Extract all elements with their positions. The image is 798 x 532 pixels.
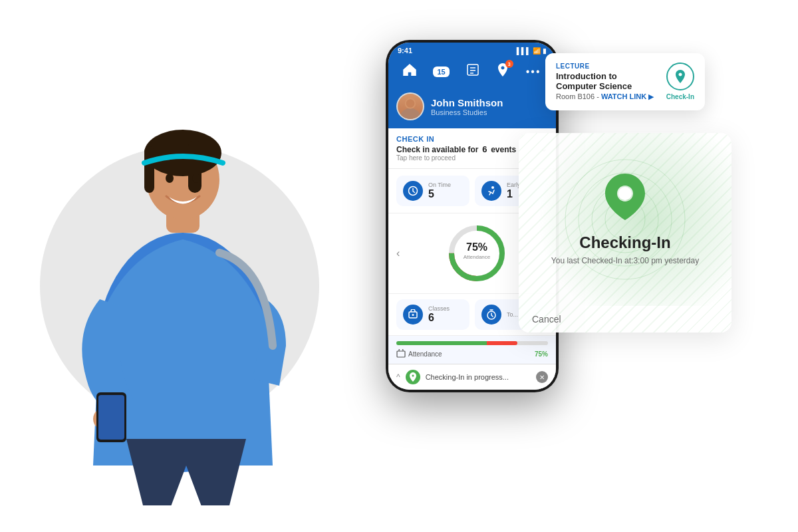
left-arrow-icon[interactable]: ‹ xyxy=(396,247,400,259)
signal-icon: ▌▌▌ xyxy=(517,47,531,55)
checkin-button-label: Check-In xyxy=(666,93,694,100)
wifi-icon: 📶 xyxy=(533,47,541,55)
lecture-type: LECTURE xyxy=(556,63,660,70)
stat-on-time: On Time 5 xyxy=(396,176,469,206)
attendance-label: Attendance xyxy=(408,350,442,358)
stat-ontime-label: On Time xyxy=(428,182,451,188)
checkin-overlay-footer: Cancel xyxy=(519,306,732,332)
svg-point-3 xyxy=(144,130,221,176)
nav-location-icon[interactable]: 3 xyxy=(496,63,509,80)
svg-rect-10 xyxy=(98,395,124,440)
checkin-desc-prefix: Check in available for xyxy=(396,145,478,154)
nav-book-icon[interactable] xyxy=(466,64,479,79)
lecture-info: LECTURE Introduction to Computer Science… xyxy=(556,63,660,101)
svg-point-33 xyxy=(618,187,632,200)
bottom-close-button[interactable]: ✕ xyxy=(536,371,548,383)
stat-ontime-value: 5 xyxy=(428,188,451,200)
svg-rect-28 xyxy=(397,351,405,357)
stat-ontime-info: On Time 5 xyxy=(428,182,451,200)
bottom-bar[interactable]: ^ Checking-In in progress... ✕ xyxy=(388,364,556,390)
progress-label: Attendance xyxy=(396,349,442,358)
user-info: John Smithson Business Studies xyxy=(431,97,503,116)
stat-classes-value: 6 xyxy=(428,312,450,324)
bottom-text: Checking-In in progress... xyxy=(426,373,531,381)
svg-point-6 xyxy=(166,174,174,183)
run-icon xyxy=(481,181,501,201)
large-location-pin xyxy=(605,174,645,223)
checkin-overlay: Checking-In You last Checked-In at:3:00 … xyxy=(519,133,732,332)
svg-text:75%: 75% xyxy=(466,241,487,253)
bottom-location-icon xyxy=(406,370,420,384)
stat-to-info: To... xyxy=(507,311,518,318)
checkin-button[interactable]: Check-In xyxy=(666,63,694,100)
stat-classes-info: Classes 6 xyxy=(428,305,450,324)
progress-bar-fill xyxy=(396,341,517,345)
checkin-tap: Tap here to proceed xyxy=(396,154,516,162)
nav-home-icon[interactable] xyxy=(403,64,416,79)
status-bar: 9:41 ▌▌▌ 📶 ▮ xyxy=(388,43,556,57)
stat-classes-label: Classes xyxy=(428,305,450,312)
nav-more-icon[interactable]: ••• xyxy=(526,65,541,78)
navigation-bar: 15 3 ••• xyxy=(388,57,556,87)
lecture-card: LECTURE Introduction to Computer Science… xyxy=(545,53,705,110)
clock-icon xyxy=(403,181,423,201)
svg-point-19 xyxy=(491,186,494,189)
lecture-room: Room B106 - WATCH LINK ▶ xyxy=(556,92,660,101)
checkin-description: Check in available for 6 events xyxy=(396,144,516,154)
timer-icon xyxy=(481,305,501,325)
progress-label-row: Attendance 75% xyxy=(396,349,548,358)
checkin-text: CHECK IN Check in available for 6 events… xyxy=(396,135,516,162)
checkin-overlay-title: Checking-In xyxy=(579,233,670,252)
cancel-button[interactable]: Cancel xyxy=(532,314,561,325)
battery-icon: ▮ xyxy=(543,47,547,55)
user-subtitle: Business Studies xyxy=(431,108,503,116)
svg-point-15 xyxy=(400,108,422,120)
classes-icon xyxy=(403,305,423,325)
calendar-badge: 15 xyxy=(433,66,449,77)
status-time: 9:41 xyxy=(398,47,412,55)
avatar-image xyxy=(398,94,423,119)
svg-point-26 xyxy=(412,314,414,316)
watch-link-icon: ▶ xyxy=(648,92,654,100)
svg-point-17 xyxy=(406,99,415,108)
person-image xyxy=(27,66,359,505)
checkin-pulse-area: Checking-In You last Checked-In at:3:00 … xyxy=(519,133,732,306)
svg-rect-4 xyxy=(144,146,154,193)
svg-point-7 xyxy=(192,174,200,183)
watch-link[interactable]: WATCH LINK xyxy=(601,92,646,100)
svg-rect-5 xyxy=(188,140,201,193)
status-icons: ▌▌▌ 📶 ▮ xyxy=(517,47,547,55)
checkin-title: CHECK IN xyxy=(396,135,516,143)
stat-to-label: To... xyxy=(507,311,518,318)
bottom-chevron-icon: ^ xyxy=(396,372,400,382)
user-profile-section: John Smithson Business Studies xyxy=(388,87,556,128)
user-avatar xyxy=(396,92,424,120)
room-label: Room B106 - xyxy=(556,92,601,100)
lecture-title: Introduction to Computer Science xyxy=(556,71,660,91)
checkin-desc-suffix: events xyxy=(491,145,516,154)
user-name: John Smithson xyxy=(431,97,503,108)
progress-row: Attendance 75% xyxy=(388,336,556,364)
location-badge: 3 xyxy=(505,60,513,68)
progress-bar-background xyxy=(396,341,548,345)
checkin-circle xyxy=(666,63,694,90)
checkin-overlay-inner: Checking-In You last Checked-In at:3:00 … xyxy=(519,133,732,332)
stat-classes: Classes 6 xyxy=(396,299,469,330)
nav-calendar-icon[interactable]: 15 xyxy=(433,66,449,77)
progress-percentage: 75% xyxy=(535,350,548,358)
checkin-overlay-subtitle: You last Checked-In at:3:00 pm yesterday xyxy=(538,256,712,265)
svg-text:Attendance: Attendance xyxy=(463,254,490,260)
checkin-count: 6 xyxy=(482,144,487,154)
